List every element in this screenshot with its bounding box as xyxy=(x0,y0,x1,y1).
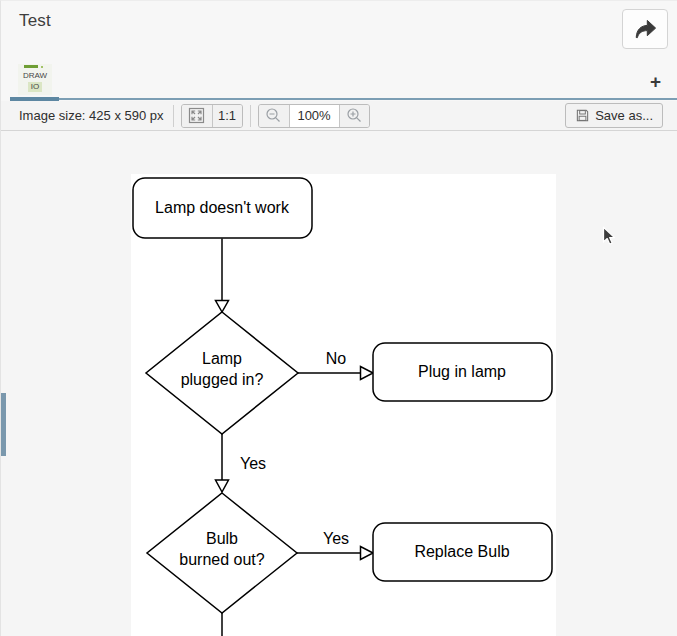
tab-underline xyxy=(1,97,677,101)
drawio-logo-icon: DRAW IO xyxy=(18,64,52,95)
toolbar-separator xyxy=(173,105,174,127)
edge-label: No xyxy=(326,350,347,367)
actual-size-button[interactable]: 1:1 xyxy=(212,105,242,127)
add-tab-button[interactable]: + xyxy=(646,72,665,97)
left-scrollbar-thumb[interactable] xyxy=(1,393,6,456)
viewer-content: Lamp doesn't work Lamp plugged in? No Pl… xyxy=(1,131,677,636)
drawio-logo-text: DRAW xyxy=(18,71,52,81)
diagram-canvas[interactable]: Lamp doesn't work Lamp plugged in? No Pl… xyxy=(131,174,556,636)
drawio-logo-text2: IO xyxy=(28,82,42,92)
header: Test xyxy=(1,1,677,59)
actual-size-label: 1:1 xyxy=(218,108,236,123)
node-label: Lamp xyxy=(202,350,242,367)
fit-group: 1:1 xyxy=(181,104,243,128)
node-label: Bulb xyxy=(206,530,238,547)
image-size-label: Image size: 425 x 590 px xyxy=(19,108,164,123)
arrowhead xyxy=(361,547,374,560)
toolbar-separator xyxy=(250,105,251,127)
mouse-cursor-icon xyxy=(602,226,617,247)
zoom-in-button[interactable] xyxy=(339,105,369,127)
save-as-button[interactable]: Save as... xyxy=(565,103,663,128)
zoom-out-icon xyxy=(265,107,282,124)
zoom-in-icon xyxy=(346,107,363,124)
save-as-label: Save as... xyxy=(595,108,653,123)
fit-to-screen-button[interactable] xyxy=(182,105,212,127)
arrowhead xyxy=(361,367,374,380)
viewer-toolbar: Image size: 425 x 590 px 1:1 xyxy=(1,101,677,131)
arrowhead xyxy=(216,480,229,492)
node-label: Replace Bulb xyxy=(414,543,509,560)
drawio-logo-dot xyxy=(41,66,43,68)
tab-drawio[interactable]: DRAW IO xyxy=(10,61,60,97)
node-label: Plug in lamp xyxy=(418,363,506,380)
share-button[interactable] xyxy=(622,9,668,49)
edge-label: Yes xyxy=(240,455,266,472)
active-tab-indicator xyxy=(10,97,59,101)
page-title: Test xyxy=(19,11,51,31)
drawio-viewer-window: Test DRAW IO + Image size: 425 x 590 px xyxy=(0,0,677,636)
zoom-group xyxy=(258,104,370,128)
share-icon xyxy=(631,17,659,41)
drawio-logo-bar xyxy=(24,65,38,68)
fit-to-screen-icon xyxy=(188,107,205,124)
edge-label: Yes xyxy=(323,530,349,547)
tab-underline-rule xyxy=(59,98,677,100)
plus-icon: + xyxy=(650,71,661,92)
node-label: plugged in? xyxy=(181,371,264,388)
node-label: Lamp doesn't work xyxy=(155,199,290,216)
node-label: burned out? xyxy=(179,551,265,568)
tab-bar: DRAW IO + xyxy=(1,59,677,97)
zoom-level-input[interactable] xyxy=(289,105,339,127)
save-icon xyxy=(575,108,590,123)
arrowhead xyxy=(216,301,229,313)
zoom-out-button[interactable] xyxy=(259,105,289,127)
